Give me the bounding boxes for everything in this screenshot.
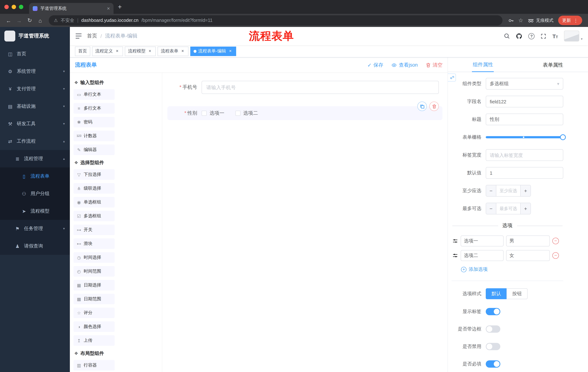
gender-option1-checkbox[interactable]: 选项一 (202, 110, 224, 117)
border-switch[interactable] (486, 325, 500, 333)
back-icon[interactable]: ← (4, 17, 13, 23)
field-name-input[interactable] (486, 96, 563, 107)
browser-tab[interactable]: 芋道管理系统 × (29, 3, 114, 14)
chip-color-picker[interactable]: ◑颜色选择 (74, 321, 115, 332)
chip-textarea[interactable]: ≡多行文本 (74, 103, 115, 114)
reload-icon[interactable]: ↻ (25, 17, 35, 24)
style-button-button[interactable]: 按钮 (506, 288, 528, 299)
search-icon[interactable] (504, 33, 510, 39)
user-avatar[interactable]: ▾ (564, 31, 583, 42)
chip-radio-group[interactable]: ◉单选框组 (74, 197, 115, 207)
help-icon[interactable]: ? (528, 33, 535, 39)
sidebar-item-task-management[interactable]: ⚑ 任务管理 ▾ (0, 220, 70, 237)
chip-row-container[interactable]: ▥行容器 (74, 360, 115, 371)
chip-date-range[interactable]: ▩日期范围 (74, 294, 115, 304)
sidebar-item-infrastructure[interactable]: ▤ 基础设施 ▾ (0, 97, 70, 115)
close-icon[interactable]: × (147, 49, 152, 54)
window-minimize-button[interactable] (12, 5, 16, 9)
chip-time-range[interactable]: ◴时间范围 (74, 266, 115, 277)
tag-process-form-edit[interactable]: 流程表单-编辑 × (190, 46, 236, 56)
option-value-input[interactable] (506, 235, 550, 246)
chip-rate[interactable]: ☆评分 (74, 308, 115, 318)
close-icon[interactable]: × (180, 49, 185, 54)
tag-process-form[interactable]: 流程表单 × (158, 46, 189, 56)
required-switch[interactable] (486, 360, 500, 368)
chip-counter[interactable]: 123计数器 (74, 131, 115, 141)
minus-button[interactable]: − (486, 185, 496, 196)
link-button[interactable] (448, 74, 456, 82)
font-size-icon[interactable]: TT (552, 33, 558, 39)
plus-button[interactable]: + (520, 185, 531, 196)
grid-slider[interactable] (486, 131, 563, 143)
phone-field-row[interactable]: 手机号 (171, 81, 439, 94)
sidebar-item-workflow[interactable]: ⇄ 工作流程 ▴ (0, 132, 70, 150)
chip-switch[interactable]: ⊶开关 (74, 224, 115, 235)
drag-handle-icon[interactable] (452, 238, 458, 244)
chip-password[interactable]: ✱密码 (74, 117, 115, 128)
close-icon[interactable]: × (228, 49, 233, 54)
key-icon[interactable] (508, 18, 514, 23)
show-label-switch[interactable] (486, 308, 500, 315)
address-bar[interactable]: ⚠ 不安全 | dashboard.yudao.iocoder.cn /bpm/… (49, 15, 502, 25)
tab-component-props[interactable]: 组件属性 (448, 57, 518, 72)
tab-close-icon[interactable]: × (107, 5, 110, 11)
view-json-button[interactable]: 查看json (391, 62, 418, 68)
tab-form-props[interactable]: 表单属性 (518, 57, 588, 72)
chip-slider[interactable]: ⊷滑块 (74, 238, 115, 249)
browser-update-button[interactable]: 更新 ⋮ (558, 16, 582, 25)
hamburger-icon[interactable] (75, 33, 82, 39)
home-icon[interactable]: ⌂ (35, 17, 45, 23)
sidebar-item-devtools[interactable]: ⚒ 研发工具 ▾ (0, 115, 70, 132)
option-label-input[interactable] (461, 235, 504, 246)
window-zoom-button[interactable] (19, 5, 23, 9)
chip-input[interactable]: ▭单行文本 (74, 89, 115, 100)
component-type-select[interactable]: 多选框组 ▼ (486, 78, 563, 90)
bookmark-star-icon[interactable]: ☆ (518, 17, 523, 24)
sidebar-item-payment-management[interactable]: ¥ 支付管理 ▾ (0, 80, 70, 97)
chip-time-picker[interactable]: ◷时间选择 (74, 252, 115, 263)
option-value-input[interactable] (506, 250, 550, 261)
save-button[interactable]: ✓ 保存 (367, 62, 383, 68)
gender-field-selected[interactable]: 性别 选项一 选项二 (167, 106, 442, 120)
sidebar-item-user-group[interactable]: ⚇ 用户分组 (0, 185, 70, 202)
github-icon[interactable] (516, 33, 522, 39)
tag-process-definition[interactable]: 流程定义 × (92, 46, 123, 56)
copy-widget-button[interactable] (417, 102, 427, 111)
window-close-button[interactable] (4, 5, 9, 9)
sidebar-item-process-model[interactable]: ➤ 流程模型 (0, 202, 70, 220)
chip-editor[interactable]: ✎编辑器 (74, 145, 115, 155)
sidebar-item-process-form[interactable]: ▯ 流程表单 (0, 167, 70, 185)
sidebar-item-home[interactable]: ◫ 首页 (0, 45, 70, 63)
sidebar-item-system-management[interactable]: ⚙ 系统管理 ▾ (0, 63, 70, 80)
chip-upload[interactable]: ↥上传 (74, 335, 115, 346)
remove-option-button[interactable]: − (552, 238, 559, 244)
fullscreen-icon[interactable] (541, 33, 546, 39)
drag-handle-icon[interactable] (452, 253, 458, 258)
gender-option2-checkbox[interactable]: 选项二 (235, 110, 258, 117)
clear-button[interactable]: 清空 (426, 62, 442, 68)
remove-option-button[interactable]: − (552, 252, 559, 259)
min-select-input[interactable] (496, 185, 520, 196)
disabled-switch[interactable] (486, 343, 500, 350)
label-width-input[interactable] (486, 149, 563, 161)
phone-input[interactable] (202, 81, 439, 94)
sidebar-logo[interactable]: 芋道管理系统 (0, 27, 70, 45)
chip-cascader[interactable]: ⋔级联选择 (74, 183, 115, 194)
default-value-input[interactable] (486, 167, 563, 179)
delete-widget-button[interactable] (429, 102, 439, 111)
style-default-button[interactable]: 默认 (486, 288, 506, 299)
plus-button[interactable]: + (520, 203, 531, 214)
minus-button[interactable]: − (486, 203, 496, 214)
breadcrumb-home[interactable]: 首页 (87, 33, 97, 39)
slider-handle[interactable] (560, 134, 566, 140)
forward-icon[interactable]: → (14, 17, 24, 23)
tag-home[interactable]: 首页 (75, 46, 90, 56)
new-tab-button[interactable]: + (118, 3, 122, 11)
chip-date-picker[interactable]: ▦日期选择 (74, 280, 115, 290)
add-option-button[interactable]: + 添加选项 (461, 266, 563, 273)
title-input[interactable] (486, 114, 563, 125)
tag-process-model[interactable]: 流程模型 × (125, 46, 156, 56)
sidebar-item-leave-query[interactable]: ♟ 请假查询 (0, 237, 70, 255)
chip-checkbox-group[interactable]: ☑多选框组 (74, 211, 115, 221)
max-select-input[interactable] (496, 203, 520, 214)
